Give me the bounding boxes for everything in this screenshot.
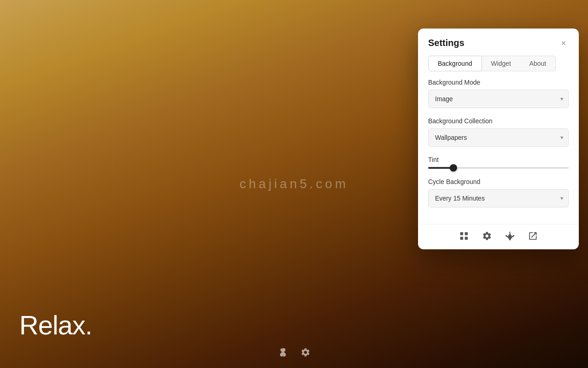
close-button[interactable]: × [558,38,569,48]
tab-about[interactable]: About [520,56,556,71]
cycle-background-wrapper: Never Every 5 Minutes Every 15 Minutes E… [428,189,569,207]
watermark: chajian5.com [240,177,349,191]
background-mode-field: Background Mode Image Color Video ▾ [428,79,569,108]
fan-icon[interactable] [505,231,515,241]
cycle-background-select[interactable]: Never Every 5 Minutes Every 15 Minutes E… [428,189,569,207]
cycle-background-field: Cycle Background Never Every 5 Minutes E… [428,178,569,207]
tab-widget[interactable]: Widget [482,56,520,71]
dialog-footer [418,224,579,249]
tab-background[interactable]: Background [428,56,482,71]
tint-field: Tint [428,156,569,169]
cycle-background-label: Cycle Background [428,178,569,185]
bottom-icon-bar [277,347,311,360]
background-collection-select[interactable]: Wallpapers Nature Abstract City [428,128,569,147]
background-collection-field: Background Collection Wallpapers Nature … [428,117,569,147]
background-collection-label: Background Collection [428,117,569,125]
settings-dialog: Settings × Background Widget About Backg… [418,29,579,249]
tint-label: Tint [428,156,569,163]
external-link-icon[interactable] [528,231,538,241]
grid-icon[interactable] [459,231,469,241]
tint-slider-track[interactable] [428,167,569,169]
dialog-header: Settings × [418,29,579,56]
background-mode-wrapper: Image Color Video ▾ [428,90,569,108]
dialog-title: Settings [428,38,464,48]
gear-icon[interactable] [482,231,492,241]
background-mode-label: Background Mode [428,79,569,86]
bottom-fan-icon[interactable] [277,347,288,360]
background-mode-select[interactable]: Image Color Video [428,90,569,108]
bottom-settings-icon[interactable] [300,347,311,360]
background-collection-wrapper: Wallpapers Nature Abstract City ▾ [428,128,569,147]
tab-bar: Background Widget About [418,56,579,79]
dialog-content: Background Mode Image Color Video ▾ Back… [418,79,579,224]
relax-text: Relax. [19,310,92,340]
tint-slider-thumb[interactable] [450,164,457,172]
